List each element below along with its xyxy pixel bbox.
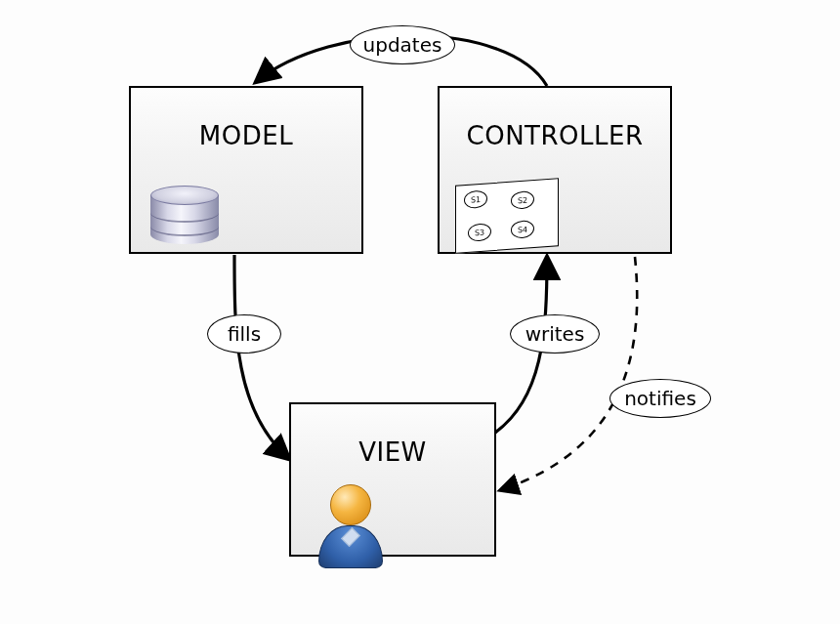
model-title: MODEL xyxy=(131,121,361,150)
label-writes: writes xyxy=(510,314,600,354)
label-fills: fills xyxy=(207,314,281,354)
state-s3: S3 xyxy=(468,223,491,242)
mvc-diagram: MODEL CONTROLLER S1 S2 S3 S4 VIEW update… xyxy=(0,0,840,624)
edge-notifies xyxy=(500,257,637,490)
node-controller: CONTROLLER S1 S2 S3 S4 xyxy=(438,86,672,254)
view-title: VIEW xyxy=(291,437,494,467)
node-model: MODEL xyxy=(129,86,363,254)
database-icon xyxy=(150,186,219,246)
state-machine-icon: S1 S2 S3 S4 xyxy=(455,178,559,253)
controller-title: CONTROLLER xyxy=(440,121,670,150)
edge-fills xyxy=(234,255,289,459)
label-updates: updates xyxy=(350,25,455,64)
user-icon xyxy=(311,480,389,568)
state-s1: S1 xyxy=(464,189,487,209)
state-s4: S4 xyxy=(511,220,534,239)
node-view: VIEW xyxy=(289,402,496,557)
label-notifies: notifies xyxy=(609,379,711,418)
state-s2: S2 xyxy=(511,190,534,210)
